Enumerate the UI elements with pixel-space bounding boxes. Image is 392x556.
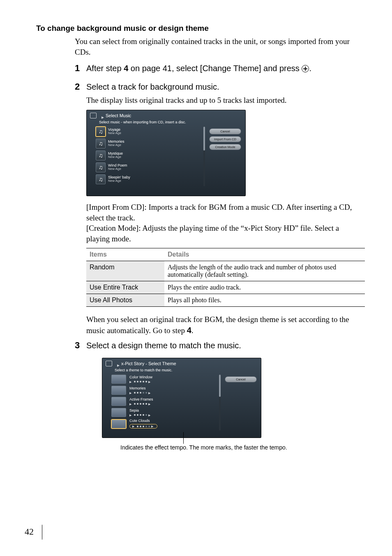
step-1: 1 After step 4 on page 41, select [Chang… — [75, 63, 363, 74]
table-row: Use All Photos Plays all photo files. — [86, 294, 365, 307]
tempo-indicator: ▶▶ — [129, 392, 152, 394]
osd-title: x-Pict Story - Select Theme — [121, 361, 176, 366]
list-item[interactable]: Active Frames ▶▶ — [111, 397, 213, 406]
step-instruction: Select a track for background music. — [86, 81, 219, 93]
intro-paragraph: You can select from originally contained… — [75, 36, 363, 57]
list-item[interactable]: ♫ Wind Poem New Age — [96, 162, 198, 172]
step-3: 3 Select a design theme to match the mus… — [75, 340, 363, 351]
list-item[interactable]: Sepia ▶▶ — [111, 408, 213, 417]
item-detail: Plays all photo files. — [164, 294, 365, 307]
caption-text: Indicates the effect tempo. The more mar… — [120, 444, 287, 451]
list-item[interactable]: Cute Clouds ▶▶ — [111, 419, 213, 429]
tempo-indicator: ▶▶ — [129, 380, 152, 383]
osd-explanation: [Import From CD]: Imports a track for BG… — [86, 202, 363, 244]
creation-mode-table: Items Details Random Adjusts the length … — [86, 248, 365, 307]
table-row: Random Adjusts the length of the audio t… — [86, 261, 365, 281]
osd-header: Select Music — [87, 110, 245, 120]
music-note-icon: ♫ — [96, 151, 106, 160]
import-from-cd-button[interactable]: Import From CD — [209, 136, 241, 142]
scrollbar[interactable] — [219, 375, 221, 431]
after-table-para: When you select an original track for BG… — [86, 314, 363, 336]
enter-icon — [302, 65, 309, 72]
photo-icon — [106, 361, 112, 366]
page-number: 42 — [25, 526, 34, 537]
theme-thumbnail — [111, 375, 126, 384]
leader-line — [183, 432, 184, 444]
after-table-ref: 4 — [187, 326, 191, 335]
cancel-button[interactable]: Cancel — [225, 376, 257, 382]
after-table-pre: When you select an original track for BG… — [86, 315, 349, 335]
step1-mid: on page 41, select [Change Theme] and pr… — [128, 64, 302, 73]
theme-title: Cute Clouds — [129, 419, 157, 423]
theme-thumbnail — [111, 397, 126, 406]
step-2: 2 Select a track for background music. — [75, 81, 363, 93]
page-rule — [42, 525, 42, 540]
osd-select-theme: x-Pict Story - Select Theme Select a the… — [102, 358, 261, 438]
tempo-indicator: ▶▶ — [129, 403, 153, 405]
music-note-icon: ♫ — [96, 174, 106, 184]
step1-pre: After step — [86, 64, 124, 73]
cancel-button[interactable]: Cancel — [209, 128, 241, 134]
scrollbar[interactable] — [203, 127, 205, 186]
track-artist: New Age — [108, 144, 125, 147]
step1-post: . — [309, 64, 311, 73]
step2-sub: The display lists original tracks and up… — [86, 95, 363, 106]
arrow-icon — [115, 361, 119, 366]
creation-mode-button[interactable]: Creation Mode — [209, 144, 241, 150]
track-artist: New Age — [108, 132, 121, 135]
step-number: 1 — [75, 63, 86, 74]
step-number: 3 — [75, 340, 86, 351]
list-item[interactable]: ♫ Memories New Age — [96, 139, 198, 148]
list-item[interactable]: ♫ Sleepin' baby New Age — [96, 174, 198, 184]
music-note-icon: ♫ — [96, 127, 106, 137]
item-label: Random — [86, 261, 164, 281]
item-detail: Plays the entire audio track. — [164, 281, 365, 294]
list-item[interactable]: Color Window ▶▶ — [111, 375, 213, 384]
step1-ref-number: 4 — [124, 64, 128, 73]
table-row: Use Entire Track Plays the entire audio … — [86, 281, 365, 294]
theme-title: Memories — [129, 387, 152, 391]
list-item[interactable]: Memories ▶▶ — [111, 386, 213, 395]
list-item[interactable]: ♫ Mystique New Age — [96, 151, 198, 160]
osd-title: Select Music — [106, 113, 131, 118]
item-label: Use All Photos — [86, 294, 164, 307]
after-table-post: . — [191, 326, 194, 335]
theme-title: Color Window — [129, 375, 152, 380]
list-item[interactable]: ♫ Voyage New Age — [96, 127, 198, 137]
theme-thumbnail — [111, 408, 126, 417]
step-instruction: Select a design theme to match the music… — [86, 340, 241, 351]
music-list[interactable]: ♫ Voyage New Age ♫ Memories New Age ♫ My… — [96, 127, 198, 186]
arrow-icon — [99, 114, 103, 118]
photo-icon — [90, 113, 97, 118]
theme-title: Active Frames — [129, 398, 153, 402]
theme-thumbnail — [111, 419, 126, 429]
item-label: Use Entire Track — [86, 281, 164, 294]
osd-subtitle: Select a theme to match the music. — [115, 368, 173, 372]
osd-select-music: Select Music Select music - when importi… — [86, 110, 246, 196]
theme-list[interactable]: Color Window ▶▶ Memories ▶▶ Active Frame… — [111, 375, 213, 431]
track-artist: New Age — [108, 167, 127, 171]
theme-thumbnail — [111, 386, 126, 395]
track-artist: New Age — [108, 179, 130, 183]
tempo-caption: Indicates the effect tempo. The more mar… — [120, 444, 363, 451]
section-heading: To change background music or design the… — [36, 24, 363, 33]
table-head-details: Details — [164, 248, 365, 261]
step-number: 2 — [75, 81, 86, 92]
step-instruction: After step 4 on page 41, select [Change … — [86, 63, 311, 74]
track-artist: New Age — [108, 155, 123, 159]
osd-subtitle: Select music - when importing from CD, i… — [87, 120, 245, 127]
osd-header: x-Pict Story - Select Theme — [102, 358, 261, 368]
item-detail: Adjusts the length of the audio track an… — [164, 261, 365, 281]
table-head-items: Items — [86, 248, 164, 261]
tempo-indicator: ▶▶ — [129, 424, 157, 429]
tempo-indicator: ▶▶ — [129, 414, 152, 417]
music-note-icon: ♫ — [96, 162, 106, 172]
theme-title: Sepia — [129, 409, 152, 413]
music-note-icon: ♫ — [96, 139, 106, 148]
